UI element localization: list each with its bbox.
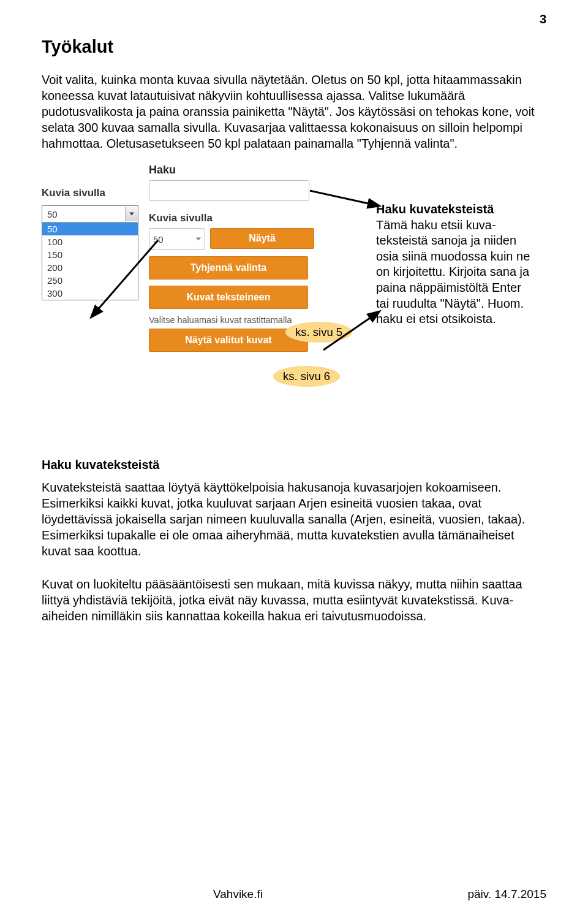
search-input[interactable] xyxy=(149,180,309,201)
page-number: 3 xyxy=(540,12,546,26)
footer-site: Vahvike.fi xyxy=(213,888,263,901)
dropdown-toggle-button[interactable] xyxy=(125,207,138,221)
callout-page6: ks. sivu 6 xyxy=(273,366,340,387)
arrow-icon xyxy=(91,237,164,323)
page-title: Työkalut xyxy=(42,37,546,57)
footer-date: päiv. 14.7.2015 xyxy=(467,888,546,901)
images-per-page-label: Kuvia sivulla xyxy=(149,212,314,224)
helper-text: Valitse haluamasi kuvat rastittamalla xyxy=(149,315,314,325)
dropdown-display[interactable]: 50 xyxy=(42,206,138,223)
chevron-down-icon xyxy=(196,237,201,241)
svg-line-1 xyxy=(310,191,371,204)
search-label: Haku xyxy=(149,164,314,177)
dropdown-option[interactable]: 50 xyxy=(42,223,138,235)
footer: Vahvike.fi päiv. 14.7.2015 xyxy=(42,888,546,901)
left-column-label: Kuvia sivulla xyxy=(42,187,105,199)
clear-selection-button[interactable]: Tyhjennä valinta xyxy=(149,256,308,280)
show-selected-images-button[interactable]: Näytä valitut kuvat xyxy=(149,329,308,352)
chevron-down-icon xyxy=(129,212,134,216)
figure: Kuvia sivulla 50 50 100 150 200 250 300 … xyxy=(42,164,544,421)
side-note: Haku kuvateksteistä Tämä haku etsii kuva… xyxy=(376,202,537,327)
images-with-text-button[interactable]: Kuvat teksteineen xyxy=(149,286,308,309)
intro-paragraph: Voit valita, kuinka monta kuvaa sivulla … xyxy=(42,72,546,151)
svg-line-0 xyxy=(97,240,158,311)
section2-p1: Kuvateksteistä saattaa löytyä käyttökelp… xyxy=(42,479,546,559)
show-button[interactable]: Näytä xyxy=(210,228,314,249)
side-note-heading: Haku kuvateksteistä xyxy=(376,202,494,216)
arrow-icon xyxy=(310,186,377,210)
side-note-body: Tämä haku etsii kuva­teksteistä sanoja j… xyxy=(376,218,530,326)
section-heading: Haku kuvateksteistä xyxy=(42,458,546,472)
section2-p2: Kuvat on luokiteltu pääsääntöisesti sen … xyxy=(42,576,546,624)
dropdown-selected-value: 50 xyxy=(42,209,62,219)
svg-line-2 xyxy=(323,316,372,350)
arrow-icon xyxy=(323,313,379,356)
